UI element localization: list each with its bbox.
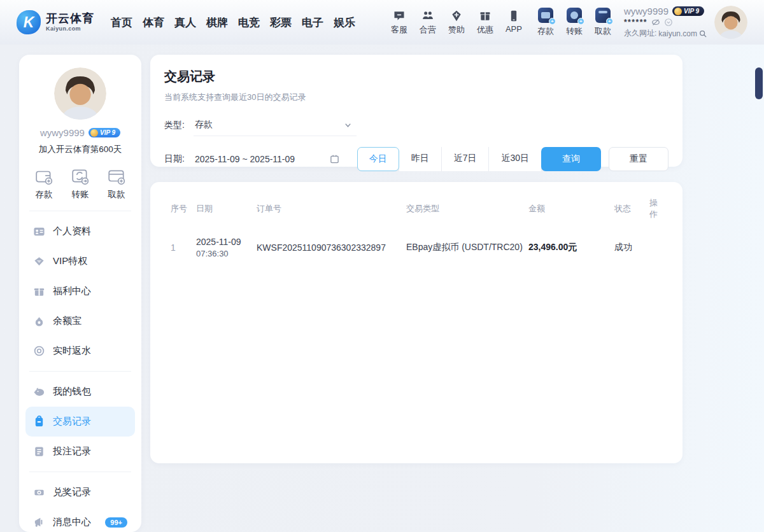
divider: [29, 371, 131, 372]
sidebar-item-vip[interactable]: VIP特权: [19, 246, 141, 276]
megaphone-icon: [33, 516, 45, 528]
user-info: wywy9999 VIP 9 ****** 永久网址: kaiyun.com: [624, 6, 707, 39]
promotions-button[interactable]: 优惠: [474, 10, 497, 36]
calendar-icon: [330, 154, 339, 164]
preset-7days[interactable]: 近7日: [441, 147, 489, 171]
tool-label: 赞助: [448, 24, 465, 36]
rebate-target-icon: [33, 345, 45, 357]
type-select[interactable]: 存款: [194, 114, 357, 136]
sidebar-item-yuebao[interactable]: 余额宝: [19, 306, 141, 336]
sidebar-item-label: 交易记录: [53, 416, 91, 428]
query-button[interactable]: 查询: [541, 147, 601, 171]
brand-logo-icon: K: [17, 10, 41, 34]
sidebar-item-label: 余额宝: [53, 315, 81, 327]
magnifier-icon[interactable]: [699, 30, 707, 38]
sponsor-button[interactable]: 赞助: [445, 10, 468, 36]
vip-badge: VIP 9: [672, 6, 704, 16]
sidebar-item-bets[interactable]: 投注记录: [19, 437, 141, 466]
tool-label: 客服: [391, 24, 407, 36]
reset-button[interactable]: 重置: [609, 147, 668, 171]
col-date: 日期: [196, 203, 257, 214]
quick-transfer-button[interactable]: 转账: [71, 167, 90, 200]
nav-esports[interactable]: 电竞: [238, 15, 260, 30]
preset-yesterday[interactable]: 昨日: [399, 147, 441, 171]
sidebar-item-messages[interactable]: 消息中心 99+: [19, 507, 141, 532]
transfer-arrows-icon: [71, 167, 90, 186]
col-amount: 金额: [528, 203, 614, 214]
col-status: 状态: [614, 203, 649, 214]
avatar-image: [54, 67, 106, 120]
deposit-icon: +: [538, 8, 553, 23]
deposit-shortcut-button[interactable]: + 存款: [534, 8, 557, 37]
sidebar-item-transactions[interactable]: 交易记录: [25, 407, 135, 437]
nav-entertainment[interactable]: 娱乐: [334, 15, 355, 30]
logo[interactable]: K 开云体育 Kaiyun.com: [17, 10, 94, 34]
transfer-shortcut-button[interactable]: + 转账: [563, 8, 586, 37]
partnership-button[interactable]: 合营: [416, 10, 439, 36]
cell-order-no: KWSF202511090736302332897: [257, 242, 406, 253]
nav-sports[interactable]: 体育: [143, 15, 164, 30]
nav-home[interactable]: 首页: [111, 15, 132, 30]
sidebar-avatar[interactable]: [54, 67, 106, 120]
collapse-icon[interactable]: [664, 18, 673, 27]
tool-label: 存款: [537, 25, 554, 37]
sidebar-item-label: 投注记录: [53, 445, 91, 458]
sidebar-item-welfare[interactable]: 福利中心: [19, 276, 141, 306]
quick-action-label: 存款: [36, 189, 53, 200]
sidebar-item-label: 我的钱包: [53, 386, 91, 398]
tool-label: 取款: [595, 25, 611, 37]
vip-diamond-icon: [33, 255, 45, 267]
quick-deposit-button[interactable]: 存款: [34, 167, 53, 200]
sidebar-item-label: VIP特权: [53, 255, 87, 267]
customer-service-button[interactable]: 客服: [388, 10, 411, 36]
chat-icon: [393, 10, 406, 22]
divider: [29, 472, 131, 472]
cell-time: 07:36:30: [196, 249, 257, 258]
vip-shield-icon: [674, 8, 682, 15]
username: wywy9999: [624, 6, 668, 17]
scrollbar-thumb[interactable]: [755, 67, 763, 99]
sidebar-item-profile[interactable]: 个人资料: [19, 216, 141, 246]
app-download-button[interactable]: APP: [502, 10, 525, 36]
divider: [29, 211, 131, 211]
wallet-shortcuts: + 存款 + 转账 + 取款: [534, 8, 614, 37]
sidebar-item-label: 兑奖记录: [53, 486, 91, 498]
withdraw-shortcut-button[interactable]: + 取款: [591, 8, 614, 37]
sidebar-item-prizes[interactable]: 兑奖记录: [19, 477, 141, 507]
nav-cards[interactable]: 棋牌: [206, 15, 228, 30]
col-order: 订单号: [257, 203, 406, 214]
partners-icon: [421, 10, 434, 22]
page-subtitle: 当前系统支持查询最近30日的交易记录: [164, 92, 668, 103]
header-tools: 客服 合营 赞助 优惠 APP: [388, 10, 525, 36]
money-pouch-icon: [33, 315, 45, 327]
sidebar-item-label: 福利中心: [53, 285, 91, 297]
date-range-value: 2025-11-09 ~ 2025-11-09: [195, 154, 295, 164]
date-label: 日期:: [164, 153, 194, 165]
user-avatar[interactable]: [714, 6, 747, 39]
cell-amount: 23,496.00元: [528, 242, 614, 253]
sidebar-item-rebate[interactable]: 实时返水: [19, 336, 141, 366]
nav-lottery[interactable]: 彩票: [270, 15, 292, 30]
quick-withdraw-button[interactable]: 取款: [107, 167, 126, 200]
col-action: 操作: [649, 197, 662, 220]
sidebar-item-label: 消息中心: [53, 516, 91, 528]
chevron-down-icon: [343, 120, 353, 130]
nav-live[interactable]: 真人: [174, 15, 196, 30]
brand-name: 开云体育: [46, 13, 94, 25]
date-range-input[interactable]: 2025-11-09 ~ 2025-11-09: [194, 149, 343, 170]
masked-balance: ******: [624, 18, 647, 27]
type-select-value: 存款: [195, 119, 213, 130]
preset-30days[interactable]: 近30日: [488, 147, 541, 171]
nav-slots[interactable]: 电子: [302, 15, 323, 30]
col-type: 交易类型: [406, 203, 528, 214]
preset-today[interactable]: 今日: [357, 147, 399, 171]
diamond-icon: [450, 10, 463, 22]
sidebar-item-wallet[interactable]: 我的钱包: [19, 377, 141, 407]
avatar-image: [714, 6, 747, 39]
brand-domain: Kaiyun.com: [46, 25, 94, 32]
sidebar-item-label: 个人资料: [53, 225, 91, 237]
site-url-label: 永久网址:: [624, 28, 656, 39]
eye-off-icon[interactable]: [651, 18, 660, 27]
deposit-wallet-icon: [34, 167, 53, 186]
quick-action-label: 取款: [108, 189, 125, 200]
